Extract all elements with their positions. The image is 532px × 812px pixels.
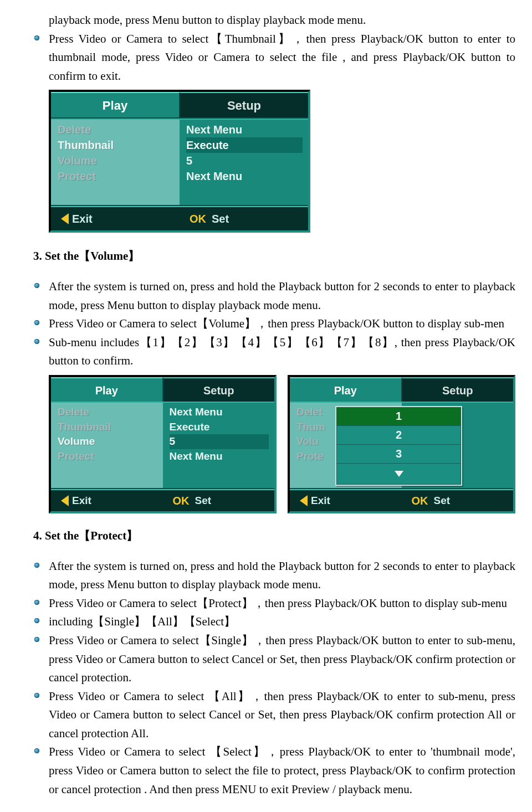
menu-item-thumbnail: Thumbnail — [58, 137, 174, 153]
intro-continuation: playback mode, press Menu button to disp… — [33, 11, 515, 30]
s3-text-0: After the system is turned on, press and… — [49, 277, 515, 315]
tab-setup: Setup — [180, 92, 308, 119]
menu-left-col: Delete Thumbnail Volume Protect — [51, 403, 163, 488]
s4-item-0: After the system is turned on, press and… — [33, 557, 515, 594]
s3-item-0: After the system is turned on, press and… — [33, 277, 515, 315]
s4-text-2: including【Single】【All】【Select】 — [49, 613, 515, 631]
menu-item-volume: Volume — [58, 153, 174, 168]
footer-exit-label: Exit — [311, 492, 330, 509]
footer-ok-set: OK Set — [163, 492, 275, 510]
popup-option-1: 1 — [336, 407, 461, 426]
menu-right-col: Next Menu Execute 5 Next Menu — [163, 403, 275, 488]
tab-play: Play — [51, 92, 180, 119]
s4-text-1: Press Video or Camera to select【Protect】… — [49, 594, 515, 613]
menu-value-1: Execute — [186, 137, 303, 153]
footer-exit-label: Exit — [72, 492, 91, 509]
triangle-left-icon — [61, 213, 69, 224]
tab-play: Play — [290, 377, 402, 404]
menu-item-delete: Delete — [58, 405, 157, 420]
s4-text-0: After the system is turned on, press and… — [49, 557, 515, 594]
popup-option-2: 2 — [336, 426, 461, 445]
menu-value-0: Next Menu — [170, 405, 269, 420]
s4-text-4: Press Video or Camera to select 【All】，th… — [49, 687, 515, 743]
footer-set-label: Set — [212, 210, 229, 228]
intro-bullet-text: Press Video or Camera to select【Thumbnai… — [49, 30, 515, 86]
camera-menu-screenshot-2a: Play Setup Delete Thumbnail Volume Prote… — [49, 375, 277, 513]
section-3-title: 3. Set the【Volume】 — [33, 247, 515, 266]
s4-item-2: including【Single】【All】【Select】 — [33, 613, 515, 631]
tab-setup: Setup — [402, 377, 514, 404]
footer-exit: Exit — [51, 492, 163, 509]
ok-badge: OK — [190, 210, 206, 228]
menu-item-protect: Protect — [58, 449, 157, 464]
footer-ok-set: OK Set — [402, 492, 514, 510]
triangle-down-icon — [395, 471, 403, 477]
menu-value-2: 5 — [170, 434, 269, 449]
menu-item-delete: Delete — [58, 122, 174, 137]
intro-bullet: Press Video or Camera to select【Thumbnai… — [33, 30, 515, 86]
menu-item-protect: Protect — [58, 168, 174, 184]
s3-item-1: Press Video or Camera to select【Volume】，… — [33, 315, 515, 333]
menu-value-3: Next Menu — [186, 168, 303, 184]
s3-item-2: Sub-menu includes【1】【2】【3】【4】【5】【6】【7】【8… — [33, 333, 515, 371]
menu-value-0: Next Menu — [186, 122, 303, 137]
menu-value-1: Execute — [170, 420, 269, 435]
s4-item-4: Press Video or Camera to select 【All】，th… — [33, 687, 515, 743]
section-4-title: 4. Set the【Protect】 — [33, 527, 515, 546]
popup-option-3: 3 — [336, 445, 461, 464]
s4-item-1: Press Video or Camera to select【Protect】… — [33, 594, 515, 613]
volume-popup: 1 2 3 — [335, 406, 462, 486]
menu-right-col: Next Menu Execute 5 Next Menu — [180, 120, 308, 205]
menu-item-volume: Volume — [58, 434, 157, 449]
tab-setup: Setup — [163, 377, 275, 404]
footer-exit: Exit — [290, 492, 402, 509]
s4-item-5: Press Video or Camera to select 【Select】… — [33, 743, 515, 799]
menu-item-thumbnail: Thumbnail — [58, 420, 157, 435]
s3-text-2: Sub-menu includes【1】【2】【3】【4】【5】【6】【7】【8… — [49, 333, 515, 371]
menu-value-3: Next Menu — [170, 449, 269, 464]
s4-text-3: Press Video or Camera to select【Single】，… — [49, 631, 515, 687]
popup-more-arrow — [336, 464, 461, 485]
ok-badge: OK — [173, 492, 190, 510]
ok-badge: OK — [412, 492, 428, 510]
menu-value-2: 5 — [186, 153, 303, 168]
footer-ok-set: OK Set — [180, 210, 308, 228]
camera-menu-screenshot-2b: Play Setup Delet Thum Volu Prote nu nu n… — [288, 375, 515, 513]
menu-left-col: Delete Thumbnail Volume Protect — [51, 120, 180, 205]
s3-text-1: Press Video or Camera to select【Volume】，… — [49, 315, 515, 333]
footer-set-label: Set — [195, 492, 212, 509]
footer-set-label: Set — [434, 492, 451, 509]
tab-play: Play — [51, 377, 163, 404]
footer-exit-label: Exit — [72, 210, 93, 228]
footer-exit: Exit — [51, 210, 180, 228]
camera-menu-screenshot-1: Play Setup Delete Thumbnail Volume Prote… — [49, 90, 310, 233]
triangle-left-icon — [61, 495, 69, 506]
s4-text-5: Press Video or Camera to select 【Select】… — [49, 743, 515, 799]
s4-item-3: Press Video or Camera to select【Single】，… — [33, 631, 515, 687]
triangle-left-icon — [300, 495, 308, 506]
